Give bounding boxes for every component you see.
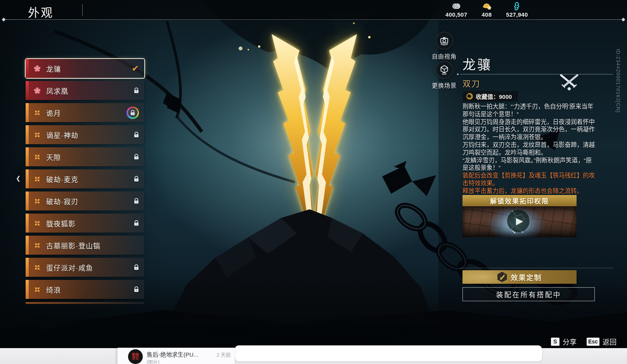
quad-rarity-icon bbox=[33, 131, 41, 139]
unlock-effect-permission-button[interactable]: 解锁效果拓印权限 bbox=[462, 195, 577, 206]
quad-rarity-icon bbox=[33, 175, 41, 183]
rarity-bar bbox=[26, 59, 29, 78]
flower-rarity-icon bbox=[33, 87, 41, 95]
detail-divider bbox=[460, 74, 613, 74]
weapon-type-label: 双刀 bbox=[462, 77, 480, 89]
collection-value: 9000 bbox=[499, 93, 512, 100]
flower-rarity-icon bbox=[33, 65, 41, 72]
sidebar-item-fengqiuhuang[interactable]: 凤求凰 bbox=[26, 81, 144, 100]
sidebar-item-qilang[interactable]: 绮浪 bbox=[26, 280, 144, 299]
sword-icon bbox=[497, 272, 507, 282]
scene-cube-icon bbox=[435, 61, 453, 79]
quad-rarity-icon bbox=[33, 286, 41, 293]
sidebar-item-tianxi[interactable]: 天隙 bbox=[26, 147, 144, 166]
play-button[interactable]: ▶ bbox=[507, 210, 530, 232]
lock-icon bbox=[134, 264, 139, 270]
title-divider bbox=[82, 4, 83, 16]
equip-all-loadouts-button[interactable]: 装配在所有搭配中 bbox=[462, 287, 595, 301]
pubg-avatar: 绝地 求生 bbox=[128, 349, 143, 364]
lore-paragraph: 万钧归来，双刃交击，龙纹昂首，马影奋蹄，清越刀鸣裂空而起，龙吟马嘶相和。 bbox=[462, 141, 596, 157]
back-label: 返回 bbox=[603, 336, 617, 347]
share-key-badge: S bbox=[551, 338, 559, 346]
skin-name: 龙骧 bbox=[46, 64, 61, 74]
dual-blades-icon bbox=[558, 74, 580, 93]
back-key-badge: Esc bbox=[587, 338, 599, 346]
rarity-bar bbox=[26, 258, 29, 277]
toast-time: 2 天前 bbox=[217, 351, 231, 358]
lore-paragraph: 荆断秋一拍大腿：“‘力透千刃，色自分明’原来当年那句话是这个意思！” bbox=[462, 103, 596, 118]
rarity-bar bbox=[26, 125, 29, 144]
collection-label: 收藏值： bbox=[476, 93, 499, 100]
lock-icon bbox=[134, 176, 139, 182]
gold-ingot-icon bbox=[482, 2, 492, 10]
effect-customize-button[interactable]: 效果定制 bbox=[462, 270, 577, 284]
sidebar-item-longxiang[interactable]: 龙骧 ✔ bbox=[26, 59, 144, 78]
rarity-bar bbox=[26, 81, 29, 100]
spirit-essence-icon bbox=[513, 2, 521, 10]
spirit-amount: 527,940 bbox=[506, 11, 528, 18]
effect-preview-video[interactable]: ▶ bbox=[462, 206, 577, 237]
back-button[interactable]: Esc 返回 bbox=[587, 336, 617, 347]
currency-gold-ingot[interactable]: 408 bbox=[476, 2, 497, 18]
camera-icon bbox=[435, 32, 453, 50]
equipped-check-icon: ✔ bbox=[132, 64, 139, 74]
skin-name: 凤求凰 bbox=[46, 86, 68, 96]
skin-name: 谪星·神劫 bbox=[46, 130, 78, 140]
skin-name: 绮浪 bbox=[46, 285, 61, 295]
skin-name: 诡月 bbox=[46, 108, 61, 118]
next-row-peek bbox=[26, 302, 144, 304]
lock-icon bbox=[134, 220, 139, 226]
skin-name: 破劫·麦克 bbox=[46, 174, 78, 184]
effect-note: 释放平击蓄力后，龙骧的形态也会随之流转。 bbox=[462, 187, 596, 195]
lore-paragraph: 他眼见万钧周身游走的细碎雷光，日夜浸润着怀中那对双刀。时日长久，双刃竟渐次分色，… bbox=[462, 118, 596, 141]
lock-icon bbox=[134, 132, 139, 138]
sidebar-item-pojie-jiren[interactable]: 破劫·寂刃 bbox=[26, 191, 144, 210]
free-camera-button[interactable]: 自由视角 bbox=[432, 32, 457, 60]
toast-preview: [图片] bbox=[147, 358, 159, 364]
header-rule bbox=[4, 19, 623, 20]
game-window: 外观 400,507 408 527,940 bbox=[0, 0, 627, 364]
lock-icon bbox=[134, 88, 139, 93]
toast-title: 售后-绝地求生(PU... bbox=[147, 350, 198, 358]
skin-name: 古墓丽影·登山镐 bbox=[46, 240, 100, 250]
rarity-bar bbox=[26, 103, 29, 122]
sidebar-item-zhexing[interactable]: 谪星·神劫 bbox=[26, 125, 144, 144]
skin-name: 破劫·寂刃 bbox=[46, 196, 78, 206]
effect-note: 装配后会改变【剪挽花】及魂玉【铁马残红】的攻击特效效果。 bbox=[462, 172, 596, 187]
share-button[interactable]: S 分享 bbox=[551, 336, 577, 347]
lock-rainbow-icon bbox=[126, 107, 139, 119]
currency-copper[interactable]: 400,507 bbox=[445, 2, 467, 18]
skin-name: 天隙 bbox=[46, 152, 61, 162]
page-title: 外观 bbox=[28, 3, 54, 20]
skin-name: 胧夜狐影 bbox=[46, 218, 76, 228]
panel-divider bbox=[460, 268, 613, 268]
sidebar-item-pojie-maike[interactable]: 破劫·麦克 bbox=[26, 169, 144, 188]
lore-paragraph: “龙鳞淬雪刃，马影裂风霆。”荆断秋朗声笑道，“原是这般景象！” bbox=[462, 157, 596, 172]
sidebar-item-tomb-raider[interactable]: 古墓丽影·登山镐 bbox=[26, 236, 144, 255]
copper-coin-icon bbox=[452, 2, 461, 10]
copper-amount: 400,507 bbox=[445, 11, 467, 18]
lock-icon bbox=[134, 286, 139, 292]
rarity-bar bbox=[26, 236, 29, 255]
quad-rarity-icon bbox=[33, 109, 41, 117]
lock-icon bbox=[134, 198, 139, 204]
customize-label: 效果定制 bbox=[511, 272, 542, 282]
quad-rarity-icon bbox=[33, 264, 41, 271]
skin-lore: 荆断秋一拍大腿：“‘力透千刃，色自分明’原来当年那句话是这个意思！” 他眼见万钧… bbox=[462, 103, 596, 195]
change-scene-button[interactable]: 更换场景 bbox=[432, 61, 457, 89]
change-scene-label: 更换场景 bbox=[432, 81, 457, 89]
sidebar-item-longye-huying[interactable]: 胧夜狐影 bbox=[26, 214, 144, 233]
message-input-panel[interactable] bbox=[235, 345, 542, 361]
sidebar-item-danzai-xianyu[interactable]: 蛋仔派对·咸鱼 bbox=[26, 258, 144, 277]
chat-notification-toast[interactable]: 绝地 求生 售后-绝地求生(PU... 2 天前 [图片] bbox=[118, 348, 235, 364]
collection-value-badge: 收藏值：9000 bbox=[462, 91, 518, 102]
sidebar-item-guiyue[interactable]: 诡月 bbox=[26, 103, 144, 122]
free-camera-label: 自由视角 bbox=[432, 52, 457, 60]
skin-detail-title: 龙骧 bbox=[462, 54, 492, 73]
collection-coin-icon bbox=[466, 93, 473, 100]
share-label: 分享 bbox=[563, 336, 577, 347]
rarity-bar bbox=[26, 214, 29, 233]
player-id-watermark: ID:23442000170163[CN] bbox=[615, 49, 621, 113]
quad-rarity-icon bbox=[33, 153, 41, 161]
currency-spirit[interactable]: 527,940 bbox=[506, 2, 528, 18]
